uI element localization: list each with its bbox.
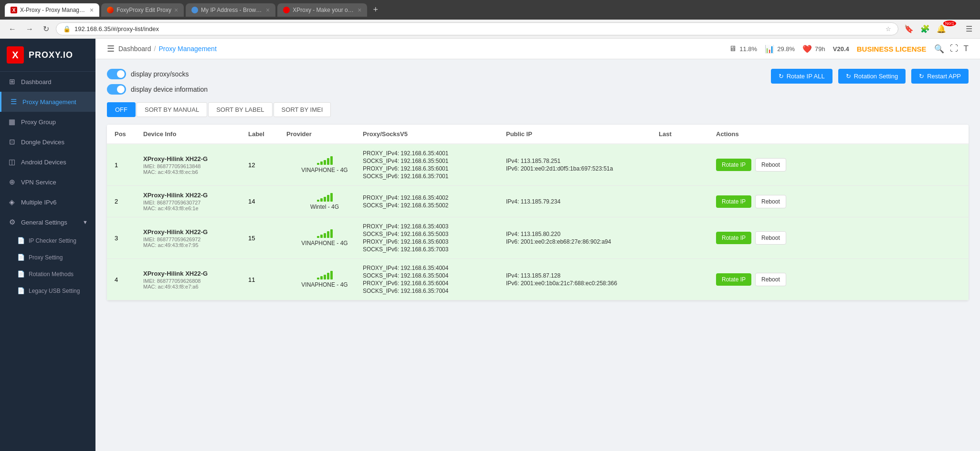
fullscreen-icon[interactable]: ⛶	[950, 44, 958, 54]
toggles-section: display proxy/socks display device infor…	[107, 69, 208, 95]
signal-bars-3	[317, 229, 333, 238]
row4-label: 11	[248, 276, 286, 283]
security-icon: 🔒	[63, 25, 71, 32]
row2-proxy-1: PROXY_IPv4: 192.168.6.35:4002	[363, 194, 506, 201]
cpu-value: 11.8%	[739, 45, 757, 53]
breadcrumb-current: Proxy Management	[158, 45, 216, 53]
signal-bars-4	[317, 271, 333, 279]
row1-reboot-button[interactable]: Reboot	[755, 158, 786, 172]
row2-device-name: XProxy-Hilink XH22-G	[143, 192, 248, 199]
restart-app-button[interactable]: ↻ Restart APP	[911, 69, 969, 84]
extensions-icon[interactable]: 🧩	[918, 22, 932, 35]
sidebar-subitem-proxy-setting[interactable]: 📄 Proxy Setting	[0, 249, 95, 266]
sidebar-item-dongle-label: Dongle Devices	[21, 139, 64, 146]
sort-tab-label[interactable]: SORT BY LABEL	[208, 102, 272, 117]
row4-device-name: XProxy-Hilink XH22-G	[143, 270, 248, 277]
col-last: Last	[659, 130, 716, 138]
sidebar-item-vpn-service[interactable]: ⊕ VPN Service	[0, 172, 95, 192]
reload-button[interactable]: ↻	[40, 22, 52, 35]
sidebar-subitem-legacy-usb[interactable]: 📄 Legacy USB Setting	[0, 282, 95, 299]
sort-tabs: OFF SORT BY MANUAL SORT BY LABEL SORT BY…	[107, 102, 969, 117]
search-icon[interactable]: 🔍	[934, 44, 944, 54]
tab-2[interactable]: FoxyProxy Edit Proxy ×	[101, 3, 184, 17]
row2-provider-name: Wintel - 4G	[310, 204, 339, 210]
row2-reboot-button[interactable]: Reboot	[755, 195, 786, 208]
sidebar-subitem-proxy-setting-label: Proxy Setting	[29, 254, 63, 261]
toggle-device-info[interactable]	[107, 84, 126, 95]
col-actions: Actions	[716, 130, 811, 138]
row4-rotate-button[interactable]: Rotate IP	[716, 273, 751, 286]
action-buttons: ↻ Rotate IP ALL ↻ Rotation Setting ↻ Res…	[771, 69, 969, 84]
bookmark-icon[interactable]: ☆	[885, 25, 891, 32]
row3-reboot-button[interactable]: Reboot	[755, 231, 786, 245]
address-bar[interactable]: 🔒 192.168.6.35/#/proxy-list/index ☆	[56, 22, 898, 35]
sidebar-item-general-settings[interactable]: ⚙ General Settings ▼	[0, 212, 95, 232]
row3-rotate-button[interactable]: Rotate IP	[716, 232, 751, 244]
tab-1-label: X-Proxy - Proxy Managemen...	[20, 7, 87, 13]
sb4-4	[327, 273, 329, 279]
pocket-icon[interactable]: 🔖	[902, 22, 916, 35]
row2-proxy-2: SOCKS_IPv4: 192.168.6.35:5002	[363, 202, 506, 209]
sort-tab-imei[interactable]: SORT BY IMEI	[274, 102, 331, 117]
row4-proxy-1: PROXY_IPv4: 192.168.6.35:4004	[363, 265, 506, 271]
sort-tab-off[interactable]: OFF	[107, 102, 136, 117]
sidebar-item-android-devices[interactable]: ◫ Android Devices	[0, 152, 95, 172]
row4-ipv4: IPv4: 113.185.87.128	[506, 272, 659, 279]
sb4-5	[330, 271, 333, 279]
sidebar-item-proxy-management[interactable]: ☰ Proxy Management	[0, 92, 95, 112]
logo-icon: X	[7, 46, 24, 64]
row1-device-info: XProxy-Hilink XH22-G IMEI: 8687770596138…	[143, 155, 248, 175]
sidebar-item-proxy-group[interactable]: ▦ Proxy Group	[0, 112, 95, 132]
user-icon[interactable]: T	[964, 44, 969, 54]
page-content: display proxy/socks display device infor…	[95, 59, 980, 451]
rotate-all-icon: ↻	[779, 73, 784, 80]
row4-reboot-button[interactable]: Reboot	[755, 273, 786, 286]
sidebar-item-dashboard[interactable]: ⊞ Dashboard	[0, 72, 95, 92]
row3-proxy: PROXY_IPv4: 192.168.6.35:4003 SOCKS_IPv4…	[363, 223, 506, 253]
tab-4-close[interactable]: ×	[358, 6, 361, 14]
row1-proxy-4: SOCKS_IPv6: 192.168.6.35:7001	[363, 173, 506, 180]
row3-public-ip: IPv4: 113.185.80.220 IPv6: 2001:ee0:2c8:…	[506, 231, 659, 245]
sidebar-item-ipv6-label: Multiple IPv6	[21, 199, 56, 206]
back-button[interactable]: ←	[6, 23, 19, 35]
tab-1[interactable]: X X-Proxy - Proxy Managemen... ×	[5, 3, 99, 17]
row4-provider-name: VINAPHONE - 4G	[301, 281, 348, 288]
tab-3[interactable]: My IP Address - Browser t... ×	[186, 3, 275, 17]
browser-controls: ← → ↻ 🔒 192.168.6.35/#/proxy-list/index …	[0, 20, 980, 39]
tab-1-close[interactable]: ×	[90, 6, 94, 14]
row1-proxy: PROXY_IPv4: 192.168.6.35:4001 SOCKS_IPv4…	[363, 150, 506, 180]
address-text: 192.168.6.35/#/proxy-list/index	[74, 25, 878, 32]
rotation-setting-button[interactable]: ↻ Rotation Setting	[838, 69, 906, 84]
row4-ipv6: IPv6: 2001:ee0:1b0a:21c7:688:ec0:258:366	[506, 280, 659, 287]
tab-4[interactable]: XProxy - Make your own... ×	[277, 3, 367, 17]
sort-tab-manual[interactable]: SORT BY MANUAL	[137, 102, 207, 117]
row2-label: 14	[248, 198, 286, 205]
breadcrumb-home[interactable]: Dashboard	[118, 45, 151, 53]
notification-icon[interactable]: 🔔No!1	[935, 22, 961, 35]
toggle-proxy-socks[interactable]	[107, 69, 126, 79]
breadcrumb-separator: /	[154, 45, 156, 53]
forward-button[interactable]: →	[23, 23, 36, 35]
sidebar-item-multiple-ipv6[interactable]: ◈ Multiple IPv6	[0, 192, 95, 212]
row2-rotate-button[interactable]: Rotate IP	[716, 195, 751, 208]
sb4-2	[320, 276, 323, 279]
table-row: 2 XProxy-Hilink XH22-G IMEI: 86877705963…	[107, 186, 969, 217]
sidebar-item-proxy-group-label: Proxy Group	[21, 118, 56, 126]
sidebar-item-dongle-devices[interactable]: ⊡ Dongle Devices	[0, 132, 95, 152]
row1-rotate-button[interactable]: Rotate IP	[716, 159, 751, 171]
menu-icon[interactable]: ☰	[964, 22, 974, 35]
rotate-ip-all-button[interactable]: ↻ Rotate IP ALL	[771, 69, 832, 84]
sidebar-subitem-rotation-methods[interactable]: 📄 Rotation Methods	[0, 266, 95, 282]
hamburger-icon[interactable]: ☰	[107, 43, 115, 54]
row4-imei: IMEI: 868777059626808	[143, 278, 248, 284]
row4-actions: Rotate IP Reboot	[716, 273, 811, 286]
row4-provider: VINAPHONE - 4G	[286, 271, 363, 288]
ip-checker-icon: 📄	[17, 237, 25, 244]
new-tab-button[interactable]: +	[369, 3, 382, 17]
tab-3-close[interactable]: ×	[266, 6, 270, 14]
sidebar-item-dashboard-label: Dashboard	[21, 78, 52, 86]
sidebar-subitem-ip-checker[interactable]: 📄 IP Checker Setting	[0, 232, 95, 249]
sidebar: X PROXY.IO ⊞ Dashboard ☰ Proxy Managemen…	[0, 39, 95, 451]
tab-2-close[interactable]: ×	[174, 6, 178, 14]
row1-ipv4: IPv4: 113.185.78.251	[506, 158, 659, 164]
